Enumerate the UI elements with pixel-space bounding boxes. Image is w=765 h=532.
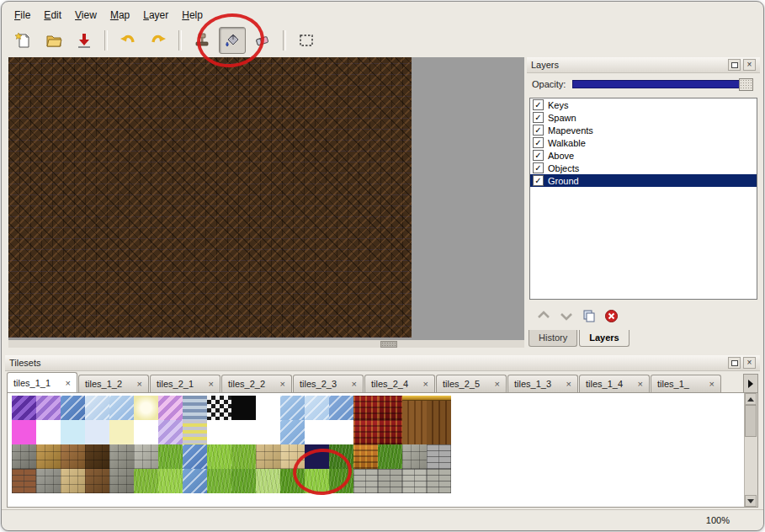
move-layer-up-button[interactable] — [536, 309, 551, 322]
tileset-tile[interactable] — [353, 420, 378, 444]
tileset-tile[interactable] — [207, 420, 231, 444]
opacity-slider-handle[interactable] — [739, 78, 753, 91]
close-tab-icon[interactable]: × — [352, 380, 357, 388]
tileset-tab-tiles_2_2[interactable]: tiles_2_2× — [221, 375, 292, 392]
tileset-tile[interactable] — [378, 420, 402, 444]
stamp-tool-button[interactable] — [189, 27, 215, 54]
undo-button[interactable] — [114, 27, 141, 54]
tileset-tile[interactable] — [231, 396, 256, 420]
close-tab-icon[interactable]: × — [566, 380, 571, 388]
tileset-tile[interactable] — [427, 420, 451, 444]
layer-visibility-checkbox[interactable]: ✓ — [533, 99, 544, 110]
open-file-button[interactable] — [40, 27, 67, 54]
redo-button[interactable] — [145, 27, 172, 54]
select-tool-button[interactable] — [293, 27, 320, 54]
tileset-tile[interactable] — [353, 396, 378, 420]
layer-row-spawn[interactable]: ✓Spawn — [530, 111, 757, 124]
tileset-tile[interactable] — [329, 396, 353, 420]
tileset-tile[interactable] — [402, 444, 427, 469]
tileset-tile[interactable] — [85, 420, 109, 444]
close-tab-icon[interactable]: × — [209, 380, 214, 388]
tileset-tab-tiles_2_3[interactable]: tiles_2_3× — [293, 375, 364, 392]
menu-item-map[interactable]: Map — [104, 8, 135, 23]
close-tab-icon[interactable]: × — [137, 380, 142, 388]
tileset-tile[interactable] — [378, 469, 402, 493]
tileset-tile[interactable] — [256, 444, 280, 469]
tileset-tab-tiles_2_5[interactable]: tiles_2_5× — [436, 375, 507, 392]
map-horizontal-scrollbar[interactable] — [8, 340, 524, 348]
tileset-tab-tiles_1_[interactable]: tiles_1_× — [651, 375, 721, 392]
tileset-tile[interactable] — [280, 469, 305, 493]
tileset-tab-tiles_1_4[interactable]: tiles_1_4× — [579, 375, 650, 392]
tileset-tile[interactable] — [231, 469, 256, 493]
tileset-tile[interactable] — [158, 420, 183, 444]
tileset-tile[interactable] — [207, 396, 231, 420]
layer-visibility-checkbox[interactable]: ✓ — [533, 112, 544, 123]
tileset-tile[interactable] — [61, 444, 85, 469]
tileset-tile[interactable] — [427, 444, 451, 469]
tileset-tile[interactable] — [402, 420, 427, 444]
dock-tab-layers[interactable]: Layers — [579, 330, 629, 347]
float-panel-button[interactable] — [728, 59, 741, 71]
tileset-tile[interactable] — [305, 396, 329, 420]
tileset-tile[interactable] — [61, 469, 85, 493]
tileset-tile[interactable] — [36, 444, 61, 469]
tileset-tile[interactable] — [12, 444, 36, 469]
tileset-tile[interactable] — [12, 420, 36, 444]
tileset-tab-tiles_2_4[interactable]: tiles_2_4× — [364, 375, 435, 392]
tileset-tile[interactable] — [305, 444, 329, 469]
tileset-tile[interactable] — [280, 420, 305, 444]
tileset-tile[interactable] — [85, 469, 109, 493]
menu-item-layer[interactable]: Layer — [137, 8, 174, 23]
tileset-tile[interactable] — [329, 444, 353, 469]
close-tab-icon[interactable]: × — [495, 380, 500, 388]
map-horizontal-scrollbar-thumb[interactable] — [380, 341, 397, 348]
close-tab-icon[interactable]: × — [280, 380, 285, 388]
tileset-tile[interactable] — [329, 469, 353, 493]
tileset-tile[interactable] — [378, 396, 402, 420]
move-layer-down-button[interactable] — [559, 309, 574, 322]
layer-row-objects[interactable]: ✓Objects — [530, 162, 757, 174]
tileset-tile[interactable] — [256, 396, 280, 420]
tileset-tile[interactable] — [183, 444, 207, 469]
tileset-tile[interactable] — [158, 396, 183, 420]
menu-item-help[interactable]: Help — [176, 8, 209, 23]
tileset-tile[interactable] — [109, 469, 134, 493]
tileset-tile[interactable] — [36, 420, 61, 444]
layer-row-above[interactable]: ✓Above — [530, 149, 757, 162]
tileset-tile[interactable] — [12, 469, 36, 493]
tileset-tile[interactable] — [85, 444, 109, 469]
tileset-tile[interactable] — [329, 420, 353, 444]
tileset-tile[interactable] — [280, 396, 305, 420]
tileset-tile[interactable] — [134, 396, 158, 420]
close-tab-icon[interactable]: × — [423, 380, 428, 388]
menu-item-edit[interactable]: Edit — [38, 8, 67, 23]
tileset-tile[interactable] — [134, 420, 158, 444]
close-tab-icon[interactable]: × — [638, 380, 643, 388]
save-file-button[interactable] — [71, 27, 98, 54]
close-panel-button[interactable]: × — [743, 59, 756, 71]
tileset-tile[interactable] — [231, 420, 256, 444]
tileset-tile[interactable] — [61, 420, 85, 444]
layer-row-mapevents[interactable]: ✓Mapevents — [530, 124, 757, 136]
map-canvas[interactable] — [8, 57, 524, 348]
layer-row-keys[interactable]: ✓Keys — [530, 98, 757, 111]
tileset-tile[interactable] — [256, 469, 280, 493]
scroll-up-button[interactable] — [745, 393, 757, 405]
tileset-tab-tiles_1_3[interactable]: tiles_1_3× — [507, 375, 578, 392]
tileset-tile[interactable] — [36, 469, 61, 493]
tileset-tile[interactable] — [12, 396, 36, 420]
fill-tool-button[interactable] — [219, 27, 246, 54]
tileset-tile[interactable] — [402, 469, 427, 493]
eraser-tool-button[interactable] — [249, 27, 276, 54]
tileset-tile[interactable] — [402, 396, 427, 420]
tileset-tab-tiles_1_1[interactable]: tiles_1_1× — [7, 372, 77, 392]
tileset-tile[interactable] — [134, 469, 158, 493]
dock-tab-history[interactable]: History — [529, 330, 577, 347]
scroll-down-button[interactable] — [745, 495, 757, 507]
tileset-tile[interactable] — [353, 469, 378, 493]
close-panel-button[interactable]: × — [743, 357, 756, 369]
delete-layer-button[interactable] — [604, 309, 619, 323]
menu-item-view[interactable]: View — [69, 8, 103, 23]
layer-visibility-checkbox[interactable]: ✓ — [533, 150, 544, 161]
